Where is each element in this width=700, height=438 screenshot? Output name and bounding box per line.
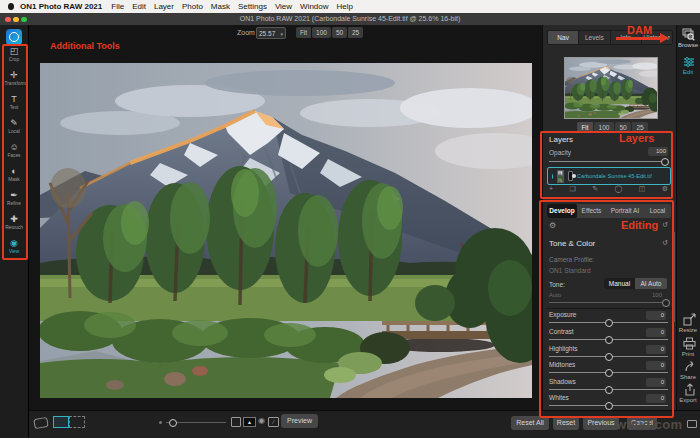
highlights-value[interactable]: 0 bbox=[646, 345, 666, 354]
menu-item-edit[interactable]: Edit bbox=[132, 2, 146, 11]
share-icon[interactable] bbox=[685, 360, 696, 373]
preview-button[interactable]: Preview bbox=[281, 414, 318, 428]
tone-color-reset-icon[interactable]: ↺ bbox=[662, 239, 668, 247]
zoom-preset-100[interactable]: 100 bbox=[312, 27, 331, 38]
menu-app-name[interactable]: ON1 Photo RAW 2021 bbox=[20, 2, 102, 11]
tool-transform[interactable]: ✛ Transform bbox=[0, 70, 28, 94]
tool-retouch[interactable]: ✚ Retouch bbox=[0, 214, 28, 238]
contrast-slider-handle[interactable] bbox=[605, 336, 613, 344]
tool-crop[interactable]: ◰ Crop bbox=[0, 46, 28, 70]
tool-refine[interactable]: ✒ Refine bbox=[0, 190, 28, 214]
opacity-slider-track[interactable] bbox=[549, 161, 668, 162]
menu-item-help[interactable]: Help bbox=[337, 2, 353, 11]
close-window-button[interactable] bbox=[5, 17, 11, 23]
camera-profile-value[interactable]: ON1 Standard bbox=[549, 267, 591, 274]
print-icon[interactable] bbox=[683, 337, 696, 350]
apple-menu-icon[interactable] bbox=[8, 3, 14, 10]
export-icon[interactable] bbox=[684, 383, 696, 396]
layer-options-icon[interactable]: ⚙ bbox=[662, 185, 668, 193]
zoom-preset-25[interactable]: 25 bbox=[348, 27, 363, 38]
reset-button[interactable]: Reset bbox=[553, 416, 579, 430]
exposure-slider-handle[interactable] bbox=[605, 319, 613, 327]
module-browse-label[interactable]: Browse bbox=[676, 42, 700, 48]
opacity-value[interactable]: 100 bbox=[648, 147, 668, 156]
tool-view[interactable]: ◉ View bbox=[0, 238, 28, 262]
menu-item-layer[interactable]: Layer bbox=[154, 2, 174, 11]
tab-levels[interactable]: Levels bbox=[579, 31, 610, 44]
panel-scrollbar[interactable] bbox=[673, 232, 675, 322]
develop-settings-gear-icon[interactable]: ⚙ bbox=[549, 221, 556, 230]
whites-slider-handle[interactable] bbox=[605, 402, 613, 410]
tool-mask[interactable]: ◐ Mask bbox=[0, 166, 28, 190]
module-export-label[interactable]: Export bbox=[676, 397, 700, 403]
focus-mask-icon[interactable]: ◉ bbox=[258, 416, 265, 426]
tab-local[interactable]: Local bbox=[644, 204, 671, 218]
zoom-window-button[interactable] bbox=[21, 17, 27, 23]
transform-icon: ✛ bbox=[0, 70, 28, 81]
resize-icon[interactable] bbox=[683, 313, 696, 326]
tone-color-header[interactable]: Tone & Color bbox=[549, 239, 595, 248]
midtones-label: Midtones bbox=[549, 361, 575, 368]
tool-faces[interactable]: ☺ Faces bbox=[0, 142, 28, 166]
menu-item-settings[interactable]: Settings bbox=[238, 2, 267, 11]
menu-item-window[interactable]: Window bbox=[300, 2, 328, 11]
delete-layer-icon[interactable]: ◫ bbox=[639, 185, 646, 193]
nav-preset-100[interactable]: 100 bbox=[594, 122, 614, 133]
single-view-button[interactable] bbox=[53, 416, 69, 428]
browse-icon[interactable] bbox=[682, 28, 695, 41]
minimize-window-button[interactable] bbox=[13, 17, 19, 23]
tone-ai-auto-button[interactable]: AI Auto bbox=[635, 278, 667, 289]
add-layer-icon[interactable]: + bbox=[549, 185, 553, 193]
layers-header: Layers bbox=[549, 135, 573, 144]
develop-reset-icon[interactable]: ↺ bbox=[662, 221, 668, 229]
menu-item-view[interactable]: View bbox=[275, 2, 292, 11]
tab-effects[interactable]: Effects bbox=[577, 204, 606, 218]
bottom-slider-handle[interactable] bbox=[169, 419, 177, 427]
zoom-preset-fit[interactable]: Fit bbox=[296, 27, 311, 38]
photo-canvas[interactable] bbox=[40, 63, 532, 398]
menu-item-photo[interactable]: Photo bbox=[182, 2, 203, 11]
zoom-presets: Fit 100 50 25 bbox=[296, 27, 363, 38]
menu-item-mask[interactable]: Mask bbox=[211, 2, 230, 11]
soft-proof-icon[interactable] bbox=[231, 417, 241, 427]
layer-visibility-toggle[interactable] bbox=[552, 174, 553, 179]
reset-all-button[interactable]: Reset All bbox=[511, 416, 549, 430]
compare-image-icon[interactable]: ▲ bbox=[243, 417, 256, 427]
zoom-value-dropdown[interactable]: 25.57 ▾ bbox=[256, 27, 286, 39]
midtones-slider-handle[interactable] bbox=[605, 369, 613, 377]
midtones-value[interactable]: 0 bbox=[646, 361, 666, 370]
dual-display-icon[interactable] bbox=[687, 420, 697, 428]
tab-develop[interactable]: Develop bbox=[547, 204, 577, 218]
mask-layer-icon[interactable]: ◯ bbox=[614, 185, 622, 193]
opacity-slider-handle[interactable] bbox=[661, 158, 669, 166]
highlights-slider-handle[interactable] bbox=[605, 353, 613, 361]
tool-text[interactable]: T Text bbox=[0, 94, 28, 118]
shadows-slider-handle[interactable] bbox=[605, 386, 613, 394]
duplicate-layer-icon[interactable]: ❏ bbox=[569, 185, 575, 193]
nav-preview-thumbnail[interactable] bbox=[564, 57, 658, 119]
compare-view-button[interactable] bbox=[69, 416, 85, 428]
tab-nav[interactable]: Nav bbox=[548, 31, 579, 44]
whites-value[interactable]: 0 bbox=[646, 394, 666, 403]
nav-preset-fit[interactable]: Fit bbox=[577, 122, 593, 133]
auto-slider-handle[interactable] bbox=[662, 299, 670, 307]
module-resize-label[interactable]: Resize bbox=[676, 327, 700, 333]
previous-button[interactable]: Previous bbox=[583, 416, 619, 430]
contrast-value[interactable]: 0 bbox=[646, 328, 666, 337]
tab-portrait-ai[interactable]: Portrait AI bbox=[606, 204, 644, 218]
menu-item-file[interactable]: File bbox=[111, 2, 124, 11]
show-original-icon[interactable]: ⁄ bbox=[268, 417, 279, 427]
zoom-preset-50[interactable]: 50 bbox=[332, 27, 347, 38]
shadows-value[interactable]: 0 bbox=[646, 378, 666, 387]
tool-local[interactable]: ✎ Local bbox=[0, 118, 28, 142]
auto-slider-track[interactable] bbox=[549, 302, 668, 303]
tone-manual-button[interactable]: Manual bbox=[604, 278, 635, 289]
module-share-label[interactable]: Share bbox=[676, 374, 700, 380]
window-title-bar: ON1 Photo RAW 2021 (Carbondale Sunrise 4… bbox=[0, 13, 700, 25]
module-edit-label[interactable]: Edit bbox=[676, 69, 700, 75]
edit-module-icon[interactable] bbox=[683, 56, 695, 68]
layer-row[interactable]: Carbondale Sunrise 45-Edit.tif bbox=[547, 167, 671, 185]
module-print-label[interactable]: Print bbox=[676, 351, 700, 357]
exposure-value[interactable]: 0 bbox=[646, 311, 666, 320]
paint-layer-icon[interactable]: ✎ bbox=[592, 185, 598, 193]
